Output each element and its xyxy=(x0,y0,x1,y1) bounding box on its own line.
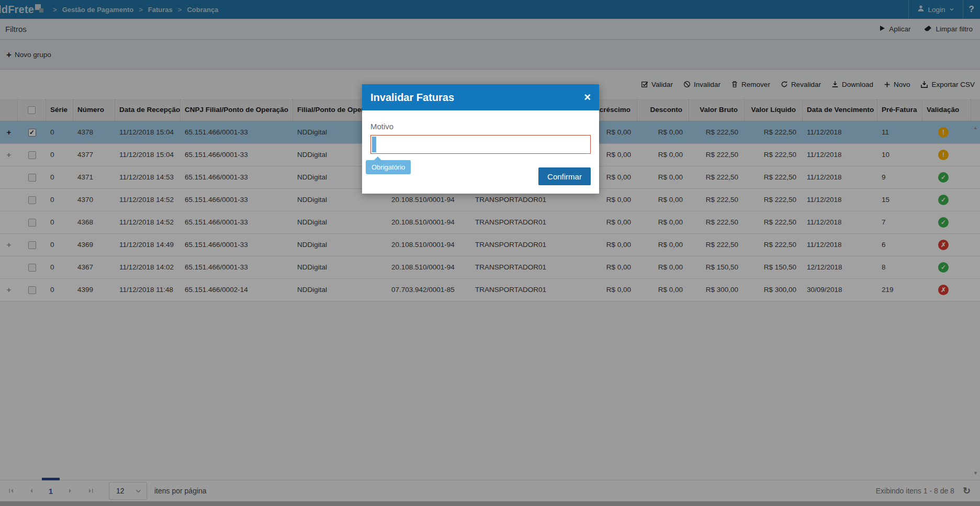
modal-title-bar: Invalidar Faturas × xyxy=(362,84,599,110)
text-caret xyxy=(372,137,376,152)
confirm-button[interactable]: Confirmar xyxy=(538,167,591,185)
motivo-label: Motivo xyxy=(370,110,591,131)
modal-body: Motivo Obrigatório Confirmar xyxy=(362,110,599,194)
modal-overlay xyxy=(0,0,980,506)
close-icon[interactable]: × xyxy=(584,92,591,103)
motivo-input[interactable] xyxy=(370,135,591,154)
modal-title: Invalidar Faturas xyxy=(370,92,454,104)
invalidar-faturas-modal: Invalidar Faturas × Motivo Obrigatório C… xyxy=(362,84,599,194)
required-tooltip: Obrigatório xyxy=(366,160,411,174)
